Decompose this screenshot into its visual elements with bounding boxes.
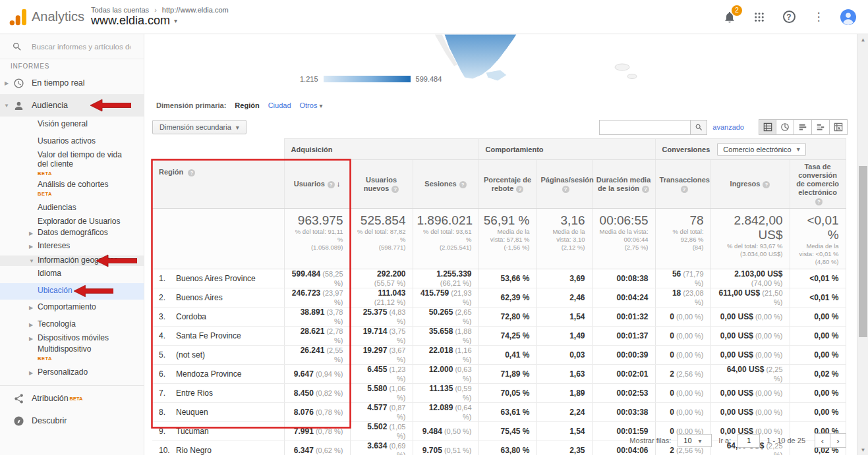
metric-cell: 2,46 [536, 288, 592, 308]
help-icon[interactable]: ? [516, 186, 523, 193]
analytics-app: Analytics Todas las cuentas › http://www… [0, 0, 868, 455]
column-header[interactable]: Usuarios?↓ [284, 160, 350, 209]
view-table-button[interactable] [759, 119, 776, 135]
sidebar-item-ubicacion[interactable]: Ubicación [0, 283, 144, 300]
goto-page-input[interactable] [738, 434, 760, 448]
region-cell[interactable]: 7.Entre Rios [152, 384, 284, 403]
sidebar-item-personalizado[interactable]: ▶ Personalizado [0, 365, 144, 382]
dimension-option-region[interactable]: Región [235, 101, 259, 109]
sidebar-item-usuarios-activos[interactable]: Usuarios activos [0, 134, 144, 151]
scroll-down-arrow-icon[interactable]: ▼ [857, 444, 868, 455]
sidebar-item-datos-demograficos[interactable]: ▶ Datos demográficos [0, 228, 144, 239]
sidebar-item-comportamiento[interactable]: ▶ Comportamiento [0, 300, 144, 317]
column-header[interactable]: Duración media de la sesión? [592, 160, 655, 209]
search-icon [12, 41, 22, 52]
help-icon[interactable]: ? [188, 169, 195, 176]
help-icon[interactable]: ? [681, 186, 688, 193]
help-button[interactable]: ? [781, 9, 797, 25]
table-search-button[interactable] [690, 120, 707, 135]
column-header[interactable]: Transacciones? [655, 160, 710, 209]
table-row: 4.Santa Fe Province28.621 (2,78 %)19.714… [152, 327, 846, 346]
data-table: Adquisición Comportamiento Conversiones … [152, 138, 846, 455]
metric-cell: 0 (0,00 %) [655, 308, 710, 327]
scrollbar-thumb[interactable] [859, 166, 867, 337]
row-range-text: 1 - 10 de 25 [767, 437, 805, 444]
advanced-filter-link[interactable]: avanzado [712, 123, 744, 131]
sidebar-item-analisis-cohortes[interactable]: Análisis de cohortes BETA [0, 180, 144, 200]
help-icon[interactable]: ? [815, 198, 823, 205]
metric-cell: 6.455 (1,23 %) [350, 365, 413, 384]
breadcrumb-all-accounts[interactable]: Todas las cuentas [91, 6, 149, 14]
legend-gradient-bar [324, 76, 411, 82]
help-icon[interactable]: ? [459, 181, 467, 188]
region-cell[interactable]: 8.Neuquen [152, 403, 284, 422]
sidebar-item-en-tiempo-real[interactable]: ▶ En tiempo real [0, 72, 144, 94]
region-cell[interactable]: 2.Buenos Aires [152, 288, 284, 308]
sidebar-item-informacion-geografica[interactable]: ▼ Información geográfica [0, 255, 144, 267]
ecommerce-selector[interactable]: Comercio electrónico ▾ [717, 143, 805, 156]
metric-cell: 1,49 [536, 327, 592, 346]
more-options-button[interactable]: ⋮ [811, 9, 826, 25]
property-selector[interactable]: www.eldia.com ▾ [91, 14, 229, 28]
region-cell[interactable]: 3.Cordoba [152, 308, 284, 327]
sidebar-item-atribucion[interactable]: Atribución BETA [0, 387, 144, 410]
beta-badge: BETA [70, 396, 83, 402]
secondary-dimension-button[interactable]: Dimensión secundaria ▾ [152, 120, 246, 134]
breadcrumb-property-url[interactable]: http://www.eldia.com [162, 6, 229, 14]
scroll-up-arrow-icon[interactable]: ▲ [857, 34, 868, 45]
view-pivot-button[interactable] [830, 119, 848, 135]
column-header-region[interactable]: Región ? [152, 160, 284, 209]
analytics-logo[interactable]: Analytics [0, 9, 91, 26]
region-cell[interactable]: 6.Mendoza Province [152, 365, 284, 384]
sidebar-item-descubrir[interactable]: Descubrir [0, 410, 144, 432]
sidebar-item-audiencia[interactable]: ▼ Audiencia [0, 94, 144, 117]
view-percentage-button[interactable] [776, 119, 794, 135]
next-page-button[interactable]: › [830, 433, 846, 448]
summary-cell: 2.842,00 US$% del total: 93,67 %(3.034,0… [710, 209, 790, 269]
sidebar-item-valor-tiempo-vida[interactable]: Valor del tiempo de vida del cliente BET… [0, 150, 144, 180]
sidebar-item-explorador-usuarios[interactable]: Explorador de Usuarios [0, 217, 144, 228]
region-cell[interactable]: 10.Rio Negro [152, 441, 284, 455]
vertical-scrollbar[interactable]: ▲ ▼ [857, 34, 868, 455]
column-header[interactable]: Porcentaje de rebote? [478, 160, 536, 209]
column-header[interactable]: Sesiones? [413, 160, 478, 209]
column-header[interactable]: Usuarios nuevos? [350, 160, 413, 209]
show-rows-label: Mostrar filas: [629, 437, 671, 444]
sidebar-item-tecnologia[interactable]: ▶ Tecnología [0, 317, 144, 334]
view-comparison-button[interactable] [812, 119, 830, 135]
metric-cell: 74,25 % [478, 327, 536, 346]
report-search[interactable]: Buscar informes y artículos de [0, 34, 144, 59]
show-rows-select[interactable]: 10 ▾ [678, 434, 712, 447]
table-search-input[interactable] [599, 120, 690, 135]
user-avatar[interactable] [840, 9, 856, 25]
region-cell[interactable]: 1.Buenos Aires Province [152, 269, 284, 288]
table-row: 8.Neuquen8.076 (0,78 %)4.577 (0,87 %)12.… [152, 403, 846, 422]
region-cell[interactable]: 9.Tucuman [152, 422, 284, 441]
previous-page-button[interactable]: ‹ [815, 433, 830, 448]
sidebar-item-intereses[interactable]: ▶ Intereses [0, 238, 144, 255]
help-icon[interactable]: ? [391, 186, 399, 193]
sidebar-item-audiencias[interactable]: Audiencias [0, 200, 144, 217]
notifications-button[interactable]: 2 [722, 9, 738, 25]
help-icon[interactable]: ? [763, 181, 770, 188]
view-performance-button[interactable] [794, 119, 812, 135]
dimension-option-ciudad[interactable]: Ciudad [268, 101, 291, 109]
metric-cell: 2.103,00 US$ (74,00 %) [710, 269, 790, 288]
metric-cell: 2,24 [536, 403, 592, 422]
region-cell[interactable]: 4.Santa Fe Province [152, 327, 284, 346]
dimension-option-otros[interactable]: Otros ▾ [300, 101, 323, 109]
region-cell[interactable]: 5.(not set) [152, 346, 284, 365]
column-header[interactable]: Ingresos? [710, 160, 790, 209]
sidebar-item-dispositivos-moviles[interactable]: ▶ Dispositivos móviles [0, 333, 144, 344]
sidebar-item-vision-general[interactable]: Visión general [0, 117, 144, 134]
metric-cell: 00:08:38 [592, 269, 655, 288]
help-icon[interactable]: ? [562, 186, 569, 193]
help-icon[interactable]: ? [328, 181, 335, 188]
sidebar-item-idioma[interactable]: Idioma [0, 266, 144, 283]
sidebar-item-multidispositivo[interactable]: Multidispositivo BETA [0, 344, 144, 365]
apps-grid-button[interactable] [751, 9, 767, 25]
summary-cell: 963.975% del total: 91,11 %(1.058.089) [284, 209, 350, 269]
help-icon[interactable]: ? [642, 186, 649, 193]
column-header[interactable]: Tasa de conversión de comercio electróni… [790, 160, 846, 209]
column-header[interactable]: Páginas/sesión? [536, 160, 592, 209]
